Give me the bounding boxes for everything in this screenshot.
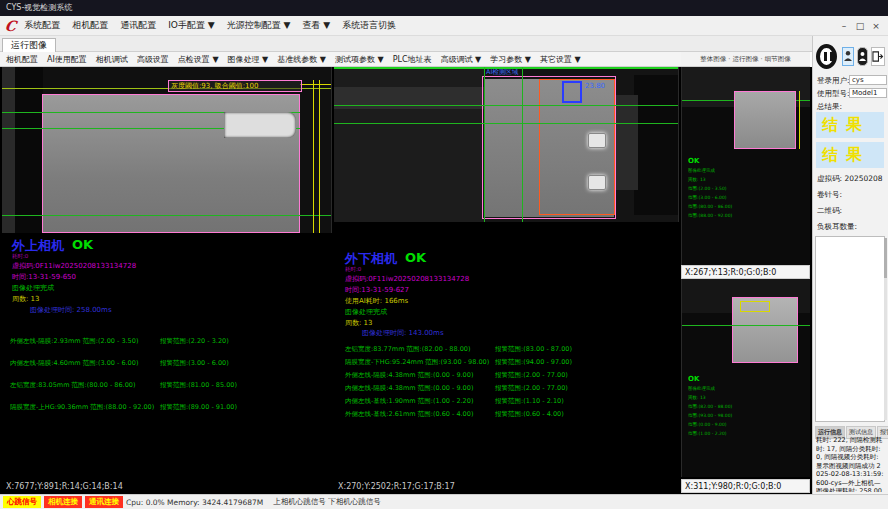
center-pixel-coords: X:270;Y:2502;R:17;G:17;B:17 bbox=[338, 482, 455, 491]
measurement-text: 内侧左线-基线:1.90mm 范围:(1.00 - 2.20) bbox=[345, 397, 473, 406]
right-views-header: 整体图像 · 运行图像 · 细节图像 bbox=[681, 52, 810, 67]
tool-learning-params[interactable]: 学习参数 ▼ bbox=[490, 54, 531, 65]
measure-line bbox=[2, 215, 332, 216]
tool-ai-config[interactable]: AI使用配置 bbox=[47, 54, 87, 65]
user-profile-button[interactable] bbox=[857, 47, 868, 66]
reflection-glint bbox=[588, 175, 606, 190]
small-view-1-coords: X:267;Y:13;R:0;G:0;B:0 bbox=[681, 265, 810, 279]
minimize-button[interactable]: – bbox=[836, 21, 852, 31]
model-field[interactable]: Model1 bbox=[849, 88, 887, 98]
menu-light-config[interactable]: 光源控制配置 ▼ bbox=[227, 19, 291, 32]
small-view-2-coords: X:311;Y:980;R:0;G:0;B:0 bbox=[681, 479, 810, 493]
login-user-field[interactable]: cys bbox=[849, 75, 887, 85]
machinery-shape bbox=[616, 95, 638, 190]
heartbeat-badge: 心跳信号 bbox=[3, 496, 41, 508]
app-logo-icon: C bbox=[4, 18, 17, 34]
machinery-shape bbox=[2, 67, 15, 233]
measurement-text: 外侧左线-基线:2.61mm 范围:(0.60 - 4.00) bbox=[345, 410, 473, 419]
tool-advanced-settings[interactable]: 高级设置 bbox=[137, 54, 169, 65]
ai-region-label: AI检测区域 bbox=[486, 68, 518, 77]
blue-detection-value: 23.80 bbox=[585, 82, 605, 90]
alarm-range-text: 报警范围:(2.20 - 3.20) bbox=[160, 337, 229, 346]
alarm-range-text: 报警范围:(2.00 - 77.00) bbox=[495, 384, 568, 393]
left-camera-status: OK bbox=[72, 237, 93, 252]
small-view-1[interactable]: OK 图像处理完成 周数: 13 范围:(2.00 - 3.50) 范围:(3.… bbox=[681, 67, 810, 265]
window-controls: – □ × bbox=[836, 16, 884, 36]
alarm-range-text: 报警范围:(83.00 - 87.00) bbox=[495, 345, 572, 354]
measurement-row: 内侧左线-隔膜:4.38mm 范围:(0.00 - 9.00) 报警范围:(2.… bbox=[345, 384, 660, 394]
negative-tab-count-label: 负极耳数量: bbox=[817, 222, 857, 232]
scrollbar-thumb[interactable] bbox=[884, 238, 887, 278]
measure-line bbox=[682, 325, 810, 326]
center-camera-viewport[interactable]: 23.80 AI检测区域 bbox=[334, 67, 679, 222]
center-count-text: 周数: 13 bbox=[345, 318, 373, 328]
pause-button[interactable] bbox=[816, 44, 837, 69]
tool-plc-address[interactable]: PLC地址表 bbox=[393, 54, 432, 65]
user-login-button[interactable] bbox=[842, 47, 854, 66]
tool-test-params[interactable]: 测试项参数 ▼ bbox=[335, 54, 384, 65]
close-button[interactable]: × bbox=[868, 21, 884, 31]
left-time-text: 时间:13-31-59-650 bbox=[12, 272, 76, 282]
listbox-scrollbar[interactable] bbox=[884, 238, 887, 420]
tool-advanced-debug[interactable]: 高级调试 ▼ bbox=[441, 54, 482, 65]
menu-io-config[interactable]: IO手配置 ▼ bbox=[168, 19, 215, 32]
center-proc-time-text: 图像处理时间: 143.00ms bbox=[362, 328, 444, 338]
reflection-glint bbox=[588, 133, 606, 148]
machinery-shape bbox=[15, 67, 43, 233]
menu-camera-config[interactable]: 相机配置 bbox=[72, 19, 108, 32]
status-bar: 心跳信号 相机连接 通讯连接 Cpu: 0.0% Memory: 3424.41… bbox=[0, 494, 888, 509]
blue-detection-box bbox=[562, 81, 582, 103]
measure-line bbox=[484, 67, 485, 222]
tool-spot-check[interactable]: 点检设置 ▼ bbox=[178, 54, 219, 65]
tool-camera-config[interactable]: 相机配置 bbox=[6, 54, 38, 65]
result-box-2: 结果 bbox=[816, 142, 884, 168]
tool-camera-debug[interactable]: 相机调试 bbox=[96, 54, 128, 65]
center-done-text: 图像处理完成 bbox=[345, 307, 387, 317]
menu-comm-config[interactable]: 通讯配置 bbox=[120, 19, 156, 32]
mini-status: OK bbox=[688, 157, 732, 166]
main-area: 灰度阈值:93, 吸合阈值:100 外上相机 OK 耗时:0 虚拟码:0F11i… bbox=[0, 67, 812, 494]
small-view-2[interactable]: OK 图像处理完成 周数: 13 范围:(82.00 - 88.00) 范围:(… bbox=[681, 279, 810, 477]
menu-view[interactable]: 查看 ▼ bbox=[302, 19, 330, 32]
camera-heartbeat-text: 上相机心跳信号 下相机心跳信号 bbox=[273, 497, 380, 507]
pause-icon bbox=[830, 52, 833, 61]
tool-baseline-params[interactable]: 基准线参数 ▼ bbox=[277, 54, 326, 65]
measurement-row: 隔膜宽度-下HG:95.24mm 范围:(93.00 - 98.00) 报警范围… bbox=[345, 358, 660, 368]
yellow-measure-line bbox=[799, 91, 800, 149]
maximize-button[interactable]: □ bbox=[852, 21, 868, 31]
mini-status: OK bbox=[688, 375, 732, 384]
menu-bar: C 系统配置 相机配置 通讯配置 IO手配置 ▼ 光源控制配置 ▼ 查看 ▼ 系… bbox=[0, 16, 888, 36]
title-bar: CYS-视觉检测系统 bbox=[0, 0, 888, 16]
left-pixel-coords: X:7677;Y:891;R:14;G:14;B:14 bbox=[6, 482, 123, 491]
alarm-range-text: 报警范围:(0.60 - 4.00) bbox=[495, 410, 564, 419]
result-listbox[interactable] bbox=[815, 236, 885, 422]
yellow-measure-line bbox=[300, 84, 332, 85]
exit-door-icon bbox=[872, 51, 884, 62]
measurement-text: 隔膜宽度-下HG:95.24mm 范围:(93.00 - 98.00) bbox=[345, 358, 489, 367]
user-icon bbox=[843, 50, 853, 62]
left-sub-text: 耗时:0 bbox=[12, 253, 28, 260]
tab-run-image[interactable]: 运行图像 bbox=[2, 38, 56, 52]
left-proc-time-text: 图像处理时间: 258.00ms bbox=[30, 305, 112, 315]
measure-line bbox=[334, 123, 679, 124]
alarm-range-text: 报警范围:(94.00 - 97.00) bbox=[495, 358, 572, 367]
measurement-row: 外侧左线-隔膜:2.93mm 范围:(2.00 - 3.50) 报警范围:(2.… bbox=[10, 337, 325, 347]
threshold-overlay-label: 灰度阈值:93, 吸合阈值:100 bbox=[168, 80, 302, 92]
total-result-label: 总结果: bbox=[817, 102, 842, 112]
measurement-text: 外侧左线-隔膜:4.38mm 范围:(0.00 - 9.00) bbox=[345, 371, 473, 380]
run-log-text: 耗时: 222, 间隔检测耗时: 17, 间隔分类耗时: 0, 间隔视频分类耗时… bbox=[816, 436, 884, 492]
logout-button[interactable] bbox=[871, 47, 885, 66]
tool-other-settings[interactable]: 其它设置 ▼ bbox=[540, 54, 581, 65]
menu-system-config[interactable]: 系统配置 bbox=[24, 19, 60, 32]
alarm-range-text: 报警范围:(81.00 - 85.00) bbox=[160, 381, 237, 390]
camera-connect-badge: 相机连接 bbox=[44, 496, 82, 508]
control-buttons bbox=[816, 42, 888, 70]
measurement-text: 内侧左线-隔膜:4.38mm 范围:(0.00 - 9.00) bbox=[345, 384, 473, 393]
left-camera-viewport[interactable]: 灰度阈值:93, 吸合阈值:100 bbox=[2, 67, 332, 233]
yellow-measure-line bbox=[313, 80, 314, 233]
measurement-text: 左铝宽度:83.05mm 范围:(80.00 - 86.00) bbox=[10, 381, 135, 390]
alarm-range-text: 报警范围:(3.00 - 6.00) bbox=[160, 359, 229, 368]
menu-language-switch[interactable]: 系统语言切换 bbox=[342, 19, 396, 32]
tool-image-processing[interactable]: 图像处理 ▼ bbox=[228, 54, 269, 65]
cpu-memory-text: Cpu: 0.0% Memory: 3424.4179687M bbox=[126, 498, 263, 507]
